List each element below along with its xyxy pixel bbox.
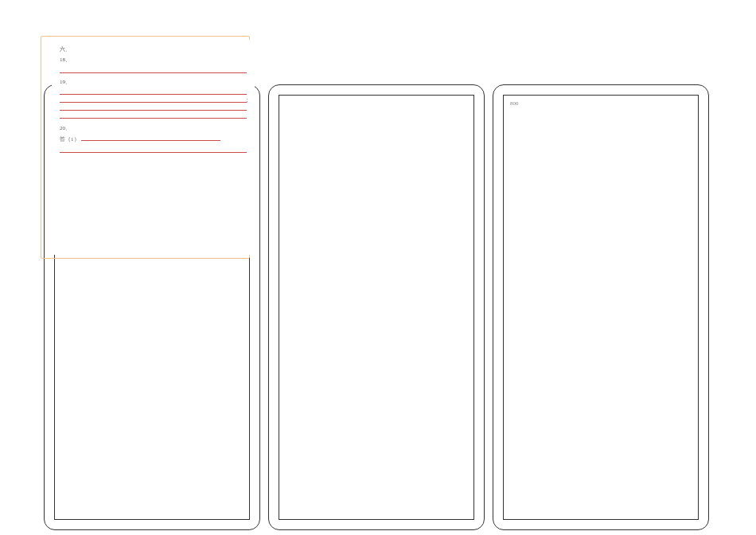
punctuation-semicolon: ；: [244, 96, 250, 104]
answer-sheet-overlay: 六、 18、 19、 ； 20、 答（1）: [52, 40, 255, 255]
ruled-line: [60, 87, 247, 95]
question-20-lines: [60, 145, 247, 153]
page-inner-3: 800: [503, 95, 699, 520]
question-20-answer-prefix: 答（1）: [60, 136, 80, 143]
question-20-answer-line: 答（1）: [60, 135, 247, 144]
ruled-line: [60, 65, 247, 73]
ruled-line: ；: [60, 95, 247, 103]
question-20-label: 20、: [60, 125, 247, 133]
ruled-line: [60, 145, 247, 153]
page-inner-2: [279, 95, 474, 520]
ruled-line: [60, 103, 247, 111]
inline-blank-line: [81, 135, 220, 141]
question-19-lines: ；: [60, 87, 247, 119]
page-panel-2: [268, 84, 485, 530]
page-3-mark: 800: [510, 100, 519, 107]
section-heading: 六、: [60, 46, 247, 54]
question-18-label: 18、: [60, 57, 247, 64]
ruled-line: [60, 111, 247, 119]
question-19-label: 19、: [60, 79, 247, 87]
question-18-lines: [60, 65, 247, 73]
page-panel-3: 800: [493, 84, 709, 530]
